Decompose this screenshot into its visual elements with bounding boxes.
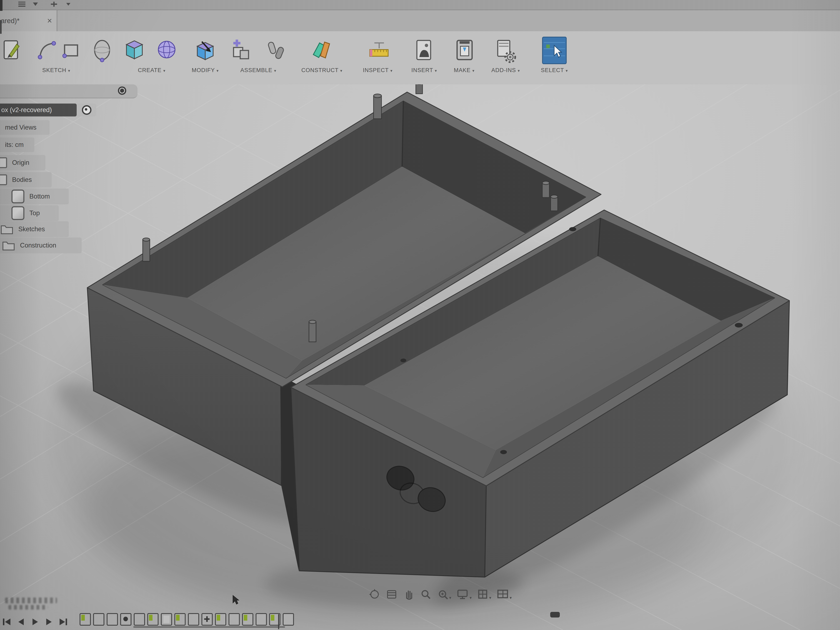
orbit-icon[interactable] — [369, 589, 381, 600]
photo-smudge-artifact — [8, 605, 48, 609]
select-tool-icon[interactable] — [542, 37, 567, 66]
chevron-down-icon: ▾ — [274, 68, 276, 73]
toolbar-group-sketch[interactable]: SKETCH ▾ — [42, 67, 70, 74]
toolbar-group-inspect[interactable]: INSPECT ▾ — [363, 67, 393, 74]
chevron-down-icon[interactable] — [33, 3, 38, 6]
assemble-component-icon[interactable] — [230, 38, 251, 64]
chevron-down-icon: ▾ — [68, 68, 70, 73]
browser-item-units[interactable]: its: cm — [0, 137, 35, 152]
toolbar-group-construct[interactable]: CONSTRUCT ▾ — [301, 67, 342, 74]
viewports-icon[interactable]: ▾ — [497, 589, 512, 600]
body-icon — [11, 206, 24, 220]
zoom-icon[interactable] — [420, 589, 432, 600]
toolbar-group-add-ins[interactable]: ADD-INS ▾ — [491, 67, 520, 74]
folder-icon — [2, 240, 15, 251]
chevron-down-icon: ▾ — [340, 68, 343, 73]
chevron-down-icon: ▾ — [216, 68, 219, 73]
document-tab-bar: ared)* × — [0, 10, 840, 32]
timeline-plain-feature-icon[interactable] — [93, 613, 104, 625]
chevron-down-icon: ▾ — [510, 595, 512, 600]
skip-end-icon[interactable] — [59, 617, 68, 627]
step-forward-icon[interactable] — [44, 617, 54, 627]
timeline-marker[interactable] — [278, 614, 279, 629]
browser-root-node[interactable]: ox (v2-recovered) — [0, 104, 77, 117]
make-3d-print-icon[interactable] — [454, 38, 475, 64]
pan-icon[interactable] — [403, 589, 415, 600]
photo-edge-artifact-2 — [0, 20, 2, 34]
toolbar-group-assemble[interactable]: ASSEMBLE ▾ — [240, 67, 276, 74]
timeline-plain-feature-icon[interactable] — [256, 613, 267, 625]
timeline-sketch-feature-icon[interactable] — [215, 613, 226, 625]
view-navigation-bar: ▾ ▾ ▾ ▾ — [369, 587, 512, 602]
grid-display-icon[interactable]: ▾ — [477, 589, 491, 600]
skip-start-icon[interactable] — [2, 617, 11, 627]
browser-item-construction[interactable]: Construction — [0, 237, 82, 253]
chevron-down-icon: ▾ — [472, 68, 475, 73]
browser-item-named-views[interactable]: med Views — [0, 120, 50, 135]
look-at-icon[interactable] — [386, 589, 398, 600]
browser-item-origin[interactable]: Origin — [0, 155, 46, 171]
browser-item-bottom[interactable]: Bottom — [0, 188, 69, 204]
browser-header-bar — [0, 84, 137, 98]
close-icon[interactable]: × — [44, 16, 55, 25]
toolbar-group-create[interactable]: CREATE ▾ — [138, 67, 166, 74]
visibility-checkbox[interactable] — [0, 174, 7, 185]
create-sketch-icon[interactable] — [2, 38, 22, 64]
timeline-sketch-feature-icon[interactable] — [147, 613, 158, 625]
toolbar-group-make[interactable]: MAKE ▾ — [454, 67, 475, 74]
photo-edge-artifact — [0, 0, 3, 11]
toolbar-group-select[interactable]: SELECT ▾ — [541, 67, 568, 74]
activate-component-chip[interactable] — [77, 104, 96, 117]
fit-icon[interactable]: ▾ — [437, 589, 451, 600]
modify-press-pull-icon[interactable] — [195, 38, 216, 64]
document-tab[interactable]: ared)* × — [0, 10, 57, 31]
chevron-down-icon: ▾ — [449, 595, 451, 600]
toolbar-group-insert[interactable]: INSERT ▾ — [411, 67, 437, 74]
construct-plane-icon[interactable] — [310, 38, 333, 64]
timeline-plain-feature-icon[interactable] — [134, 613, 145, 625]
chevron-down-icon: ▾ — [565, 68, 568, 73]
toolbar-group-modify[interactable]: MODIFY ▾ — [192, 67, 219, 74]
step-back-icon[interactable] — [16, 617, 25, 627]
sketch-rectangle-icon[interactable] — [60, 38, 81, 64]
menu-icon[interactable] — [18, 2, 25, 7]
timeline-hole-feature-icon[interactable] — [120, 613, 131, 625]
timeline-plain-feature-icon[interactable] — [107, 613, 118, 625]
timeline-plain-feature-icon[interactable] — [229, 613, 240, 625]
sketch-arc-icon[interactable] — [35, 38, 56, 64]
activate-radio-icon[interactable] — [82, 105, 92, 115]
chevron-down-icon: ▾ — [518, 68, 520, 73]
chevron-down-icon: ▾ — [435, 68, 437, 73]
insert-icon[interactable] — [414, 38, 434, 64]
visibility-checkbox[interactable] — [0, 157, 7, 168]
timeline-sketch-feature-icon[interactable] — [242, 613, 253, 625]
timeline-plus-feature-icon[interactable] — [202, 613, 213, 625]
display-settings-icon[interactable]: ▾ — [457, 589, 472, 600]
timeline-sketch-feature-icon[interactable] — [174, 613, 186, 625]
chevron-down-icon: ▾ — [470, 595, 472, 600]
chevron-down-icon[interactable] — [66, 3, 70, 6]
add-ins-icon[interactable] — [495, 38, 518, 65]
new-document-icon[interactable] — [51, 2, 57, 7]
timeline-plain-feature-icon[interactable] — [188, 613, 199, 625]
inspect-measure-icon[interactable] — [368, 38, 391, 64]
browser-settings-icon[interactable] — [118, 87, 126, 95]
browser-item-top[interactable]: Top — [0, 205, 59, 221]
timeline-page-feature-icon[interactable] — [161, 613, 172, 625]
timeline-track[interactable] — [133, 626, 285, 628]
revolve-sphere-icon[interactable] — [92, 38, 112, 65]
photo-smudge-artifact — [5, 597, 57, 603]
timeline-marker-flag[interactable] — [550, 612, 560, 617]
timeline-playback-controls — [2, 617, 68, 627]
mouse-cursor — [232, 595, 240, 606]
browser-item-bodies[interactable]: Bodies — [0, 172, 52, 188]
chevron-down-icon: ▾ — [390, 68, 393, 73]
joint-icon[interactable] — [265, 38, 286, 64]
timeline-sketch-feature-icon[interactable] — [80, 613, 91, 625]
browser-item-sketches[interactable]: Sketches — [0, 221, 69, 237]
timeline-plain-feature-icon[interactable] — [283, 613, 294, 625]
document-tab-title: ared)* — [0, 17, 44, 25]
create-form-icon[interactable] — [156, 38, 177, 64]
play-icon[interactable] — [30, 617, 39, 627]
create-box-icon[interactable] — [124, 38, 145, 64]
